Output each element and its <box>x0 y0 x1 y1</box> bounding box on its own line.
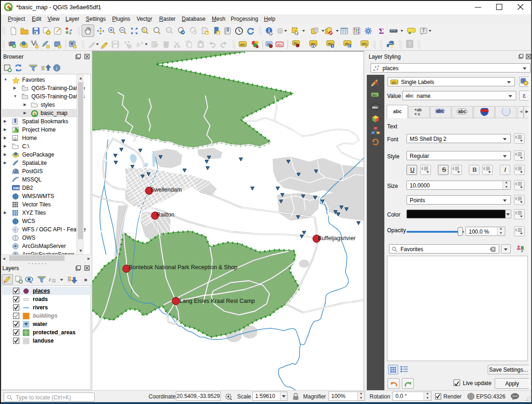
svg-text:DB2: DB2 <box>13 186 20 190</box>
svg-text:i: i <box>56 66 57 71</box>
svg-text:abc: abc <box>372 105 378 109</box>
svg-text:?: ? <box>408 42 411 47</box>
svg-text:T: T <box>422 28 425 33</box>
svg-text:Lang Elsies Kraal Rest Camp: Lang Elsies Kraal Rest Camp <box>179 298 255 304</box>
svg-text:a: a <box>521 249 523 253</box>
svg-text:abc: abc <box>311 42 316 45</box>
svg-text:Railton: Railton <box>156 211 174 218</box>
svg-text:»: » <box>84 276 87 283</box>
svg-text:abc: abc <box>277 43 282 46</box>
svg-text:abc: abc <box>240 43 245 46</box>
svg-text:abc: abc <box>372 93 377 96</box>
svg-text:abc: abc <box>392 81 397 84</box>
svg-text:ε: ε <box>49 276 51 283</box>
svg-text:V: V <box>14 229 16 231</box>
svg-text:Buffeljagsrivier: Buffeljagsrivier <box>318 235 356 241</box>
svg-text:Swellendam: Swellendam <box>150 187 182 193</box>
svg-text:Σ: Σ <box>379 27 384 36</box>
svg-text:fx: fx <box>137 42 140 47</box>
svg-text:abc: abc <box>362 42 367 45</box>
svg-text:Bontebok National Park Recepti: Bontebok National Park Reception & Shop <box>129 264 238 271</box>
svg-text:1:1: 1:1 <box>167 29 171 32</box>
